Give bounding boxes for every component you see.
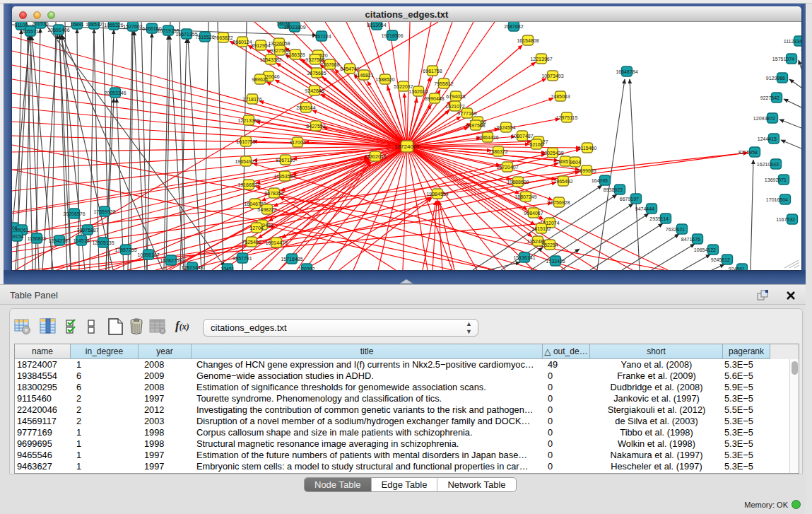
svg-text:18807249: 18807249	[514, 194, 536, 199]
svg-text:39154: 39154	[12, 234, 24, 239]
svg-text:19756928: 19756928	[548, 200, 570, 205]
svg-text:10807487: 10807487	[511, 134, 533, 139]
svg-text:17359928: 17359928	[93, 209, 115, 214]
svg-text:14055712: 14055712	[19, 29, 41, 34]
svg-text:16914479: 16914479	[265, 240, 287, 245]
svg-text:9474444: 9474444	[635, 206, 654, 211]
svg-text:16648784: 16648784	[616, 69, 637, 74]
svg-text:1065326: 1065326	[104, 23, 123, 28]
svg-text:10688609: 10688609	[507, 180, 529, 185]
svg-text:9227342: 9227342	[760, 95, 779, 100]
svg-text:15751074: 15751074	[772, 57, 794, 62]
svg-text:6794028: 6794028	[446, 94, 465, 99]
svg-text:201536: 201536	[32, 22, 48, 26]
svg-text:2718176: 2718176	[242, 97, 261, 102]
svg-text:252254: 252254	[541, 243, 558, 247]
svg-text:8990448: 8990448	[425, 96, 444, 101]
svg-text:1615132: 1615132	[531, 226, 551, 231]
svg-text:8471676: 8471676	[681, 237, 700, 242]
svg-text:5498222: 5498222	[257, 207, 276, 212]
svg-text:6961758: 6961758	[423, 69, 442, 74]
svg-text:9699695: 9699695	[577, 168, 596, 173]
svg-text:1244415: 1244415	[758, 136, 777, 141]
svg-text:8267130: 8267130	[276, 158, 295, 163]
svg-text:9084067: 9084067	[524, 211, 543, 216]
svg-text:16891: 16891	[70, 22, 84, 27]
svg-text:16543382: 16543382	[259, 57, 281, 62]
svg-text:12213967: 12213967	[530, 57, 552, 62]
svg-text:1156829: 1156829	[28, 236, 47, 241]
svg-text:33451: 33451	[220, 267, 235, 271]
svg-text:15136141: 15136141	[513, 255, 535, 260]
svg-text:9327508: 9327508	[305, 57, 324, 62]
svg-text:17957255: 17957255	[114, 247, 136, 252]
svg-text:12342737: 12342737	[48, 238, 70, 243]
svg-text:7357224: 7357224	[312, 34, 331, 39]
svg-text:20691406: 20691406	[47, 28, 69, 33]
svg-text:9129966: 9129966	[766, 76, 785, 81]
svg-text:16671355: 16671355	[175, 32, 197, 37]
svg-text:19654923: 19654923	[235, 159, 257, 164]
svg-text:7955812: 7955812	[434, 81, 453, 86]
svg-text:19218506: 19218506	[381, 33, 403, 38]
svg-text:10958107: 10958107	[137, 252, 159, 257]
svg-text:23302015: 23302015	[364, 154, 386, 159]
svg-text:9245612: 9245612	[711, 257, 730, 262]
svg-text:1733426: 1733426	[546, 259, 565, 264]
svg-text:12975115: 12975115	[556, 115, 578, 120]
svg-text:5322037: 5322037	[394, 84, 413, 89]
svg-text:6679197: 6679197	[620, 197, 639, 201]
svg-text:9604: 9604	[570, 160, 581, 165]
svg-text:12093872: 12093872	[753, 116, 775, 121]
svg-text:7386372: 7386372	[488, 149, 507, 154]
svg-text:13692971: 13692971	[765, 177, 787, 182]
svg-text:2687682: 2687682	[504, 24, 523, 29]
svg-text:3675685: 3675685	[307, 71, 326, 76]
svg-text:108532: 108532	[86, 22, 102, 27]
svg-text:2935114: 2935114	[649, 216, 669, 221]
svg-text:9777169: 9777169	[457, 111, 476, 116]
svg-text:7663822: 7663822	[213, 35, 233, 40]
svg-text:7632621: 7632621	[666, 227, 685, 232]
svg-text:7485063: 7485063	[551, 94, 570, 99]
svg-text:114519: 114519	[73, 238, 90, 243]
svg-text:18724007: 18724007	[394, 144, 420, 150]
svg-text:12704: 12704	[249, 226, 264, 230]
svg-text:417004: 417004	[289, 140, 305, 145]
svg-text:924561: 924561	[729, 267, 745, 271]
svg-text:62160: 62160	[529, 142, 543, 147]
svg-text:19166827: 19166827	[237, 182, 259, 187]
svg-text:3624554: 3624554	[496, 125, 515, 130]
svg-text:10973493: 10973493	[541, 74, 563, 78]
svg-text:1588520: 1588520	[375, 77, 394, 82]
svg-text:7515526: 7515526	[195, 35, 214, 40]
svg-text:2367608: 2367608	[320, 62, 339, 67]
svg-text:11353594: 11353594	[274, 174, 296, 179]
svg-text:8215958: 8215958	[739, 150, 758, 155]
svg-text:2803144: 2803144	[296, 105, 315, 110]
svg-text:989621: 989621	[252, 77, 268, 82]
svg-text:33975887: 33975887	[76, 228, 98, 233]
svg-text:20053346: 20053346	[104, 90, 126, 95]
svg-text:20206576: 20206576	[63, 211, 85, 216]
svg-text:8813054: 8813054	[367, 23, 386, 28]
svg-text:10025438: 10025438	[541, 151, 563, 156]
svg-text:1112334: 1112334	[784, 39, 801, 44]
svg-text:1965492: 1965492	[553, 179, 572, 184]
svg-text:15720407: 15720407	[496, 165, 518, 170]
svg-text:15716485: 15716485	[281, 257, 302, 262]
svg-text:16033809: 16033809	[283, 25, 305, 30]
svg-text:8427552: 8427552	[306, 124, 325, 129]
svg-text:9242848: 9242848	[305, 88, 324, 93]
svg-text:8660124: 8660124	[233, 40, 252, 45]
svg-text:12213369: 12213369	[237, 118, 259, 123]
svg-text:1527602: 1527602	[123, 24, 142, 29]
svg-text:17016504: 17016504	[766, 197, 788, 202]
svg-text:12505135: 12505135	[92, 240, 114, 245]
svg-text:1621072: 1621072	[445, 104, 464, 109]
svg-text:9115460: 9115460	[578, 146, 597, 151]
svg-text:120392: 120392	[298, 267, 314, 271]
svg-text:164095: 164095	[592, 178, 608, 183]
svg-text:20364436: 20364436	[476, 135, 498, 140]
svg-text:1167532: 1167532	[776, 217, 795, 222]
